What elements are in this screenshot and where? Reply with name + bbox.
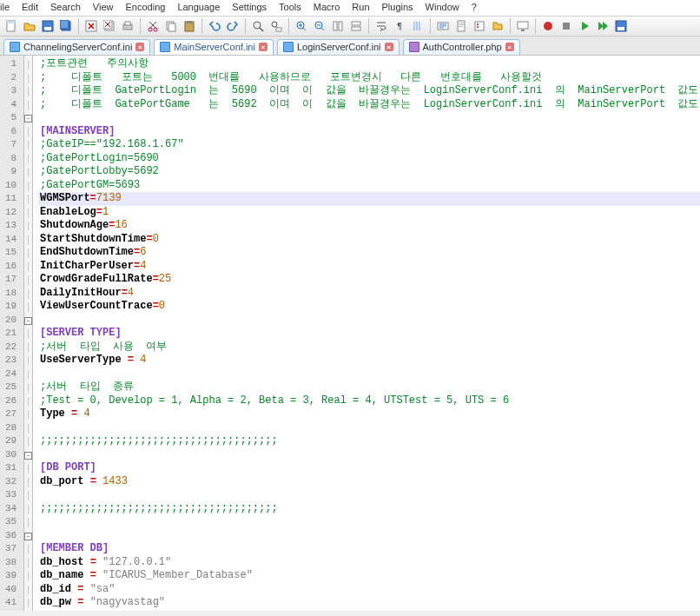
fold-cell[interactable]: | xyxy=(24,71,32,85)
tab-close-icon[interactable]: × xyxy=(505,43,514,51)
fold-cell[interactable]: | xyxy=(24,219,32,233)
fold-cell[interactable]: | xyxy=(24,300,32,314)
menu-item[interactable]: Plugins xyxy=(382,2,413,12)
fold-cell[interactable]: | xyxy=(24,192,32,206)
code-line[interactable] xyxy=(38,111,700,125)
file-tab[interactable]: MainServerConf.ini× xyxy=(154,39,274,55)
paste-icon[interactable] xyxy=(182,18,197,34)
print-icon[interactable] xyxy=(120,18,135,34)
code-line[interactable]: EndShutdownTime=6 xyxy=(38,246,700,260)
fold-cell[interactable]: | xyxy=(24,57,32,71)
file-tab[interactable]: ChannelingServerConf.ini× xyxy=(3,39,150,55)
fold-cell[interactable]: | xyxy=(24,488,32,502)
code-line[interactable]: ViewUserCountTrace=0 xyxy=(38,300,700,314)
zoom-in-icon[interactable] xyxy=(294,18,309,34)
new-file-icon[interactable] xyxy=(3,18,19,34)
fold-cell[interactable]: | xyxy=(24,421,32,435)
find-icon[interactable] xyxy=(250,18,266,34)
code-line[interactable] xyxy=(38,314,700,328)
code-line[interactable]: ;포트관련 주의사항 xyxy=(38,57,700,71)
code-line[interactable]: ;서버 타입 사용 여부 xyxy=(38,341,700,354)
fold-cell[interactable]: | xyxy=(24,287,32,301)
fold-cell[interactable]: | xyxy=(24,434,32,448)
code-line[interactable]: ShutdownAge=16 xyxy=(38,219,700,233)
code-line[interactable]: ;GatePortGM=5693 xyxy=(38,179,700,193)
code-line[interactable] xyxy=(38,368,700,381)
code-line[interactable]: ;서버 타입 종류 xyxy=(38,381,700,394)
menu-item[interactable]: Edit xyxy=(22,2,38,12)
code-line[interactable]: db_host = "127.0.0.1" xyxy=(38,556,700,570)
fold-column[interactable]: ||||-||||||||||||||-|||||||||-|||||-||||… xyxy=(24,56,33,611)
func-list-icon[interactable] xyxy=(472,18,487,34)
tab-close-icon[interactable]: × xyxy=(259,43,267,51)
code-line[interactable]: InitCharPerUser=4 xyxy=(38,260,700,274)
record-macro-icon[interactable] xyxy=(540,18,556,34)
code-line[interactable] xyxy=(38,448,700,462)
code-editor[interactable]: 1234567891011121314151617181920212223242… xyxy=(0,56,700,611)
fold-toggle-icon[interactable]: - xyxy=(24,317,32,325)
fold-cell[interactable]: | xyxy=(24,246,32,260)
code-line[interactable]: StartShutdownTime=0 xyxy=(38,233,700,247)
code-line[interactable]: ;;;;;;;;;;;;;;;;;;;;;;;;;;;;;;;;;;;;;; xyxy=(38,502,700,516)
fold-cell[interactable]: | xyxy=(24,327,32,341)
undo-icon[interactable] xyxy=(207,18,222,34)
fold-cell[interactable]: | xyxy=(24,583,32,597)
fold-cell[interactable]: | xyxy=(24,381,32,394)
code-line[interactable]: WGMSPort=7139 xyxy=(38,192,700,206)
close-icon[interactable] xyxy=(83,18,99,34)
fold-cell[interactable]: | xyxy=(24,596,32,610)
fold-cell[interactable]: | xyxy=(24,502,32,516)
save-macro-icon[interactable] xyxy=(613,18,629,34)
code-line[interactable]: UseServerType = 4 xyxy=(38,354,700,368)
play-multi-icon[interactable] xyxy=(595,18,611,34)
code-line[interactable]: [MAINSERVER] xyxy=(38,125,700,139)
code-line[interactable]: EnableLog=1 xyxy=(38,206,700,220)
code-line[interactable]: CrowdGradeFullRate=25 xyxy=(38,273,700,287)
menu-item[interactable]: Encoding xyxy=(126,2,166,12)
code-line[interactable]: db_port = 1433 xyxy=(38,475,700,489)
lang-icon[interactable] xyxy=(435,18,451,34)
code-line[interactable]: ;GateIP=="192.168.1.67" xyxy=(38,138,700,152)
code-line[interactable]: ;;;;;;;;;;;;;;;;;;;;;;;;;;;;;;;;;;;;;; xyxy=(38,434,700,448)
code-line[interactable]: db_name = "ICARUS_Member_Database" xyxy=(38,569,700,583)
stop-macro-icon[interactable] xyxy=(558,18,574,34)
sync-hscroll-icon[interactable] xyxy=(348,18,364,34)
close-all-icon[interactable] xyxy=(102,18,117,34)
monitor-icon[interactable] xyxy=(515,18,531,34)
menu-item[interactable]: Tools xyxy=(279,2,301,12)
fold-toggle-icon[interactable]: - xyxy=(24,452,32,460)
code-line[interactable]: ;Test = 0, Develop = 1, Alpha = 2, Beta … xyxy=(38,394,700,408)
tab-close-icon[interactable]: × xyxy=(385,43,393,51)
code-line[interactable]: ;GatePortLobby=5692 xyxy=(38,165,700,179)
save-icon[interactable] xyxy=(40,18,56,34)
fold-cell[interactable]: | xyxy=(24,179,32,193)
menu-item[interactable]: View xyxy=(93,2,114,12)
open-file-icon[interactable] xyxy=(22,18,37,34)
fold-cell[interactable]: | xyxy=(24,556,32,570)
code-line[interactable]: db_id = "sa" xyxy=(38,583,700,597)
fold-cell[interactable]: | xyxy=(24,475,32,489)
fold-cell[interactable]: | xyxy=(24,273,32,287)
code-line[interactable] xyxy=(38,515,700,529)
code-line[interactable]: Type = 4 xyxy=(38,407,700,421)
code-line[interactable]: ;GatePortLogin=5690 xyxy=(38,152,700,166)
cut-icon[interactable] xyxy=(145,18,161,34)
copy-icon[interactable] xyxy=(163,18,179,34)
code-line[interactable]: [SERVER TYPE] xyxy=(38,327,700,341)
fold-cell[interactable]: | xyxy=(24,84,32,98)
code-area[interactable]: ;포트관련 주의사항; 디폴트 포트는 5000 번대를 사용하므로 포트변경시… xyxy=(33,56,700,611)
fold-toggle-icon[interactable]: - xyxy=(24,115,32,123)
code-line[interactable]: db_pw = "nagyvastag" xyxy=(38,596,700,610)
fold-cell[interactable]: | xyxy=(24,542,32,556)
menu-item[interactable]: Settings xyxy=(232,2,267,12)
fold-cell[interactable]: | xyxy=(24,165,32,179)
code-line[interactable]: ; 디폴트 포트는 5000 번대를 사용하므로 포트변경시 다른 번호대를 사… xyxy=(38,71,700,85)
code-line[interactable] xyxy=(38,610,700,612)
code-line[interactable] xyxy=(38,488,700,502)
fold-cell[interactable]: | xyxy=(24,138,32,152)
zoom-out-icon[interactable] xyxy=(312,18,327,34)
code-line[interactable] xyxy=(38,529,700,543)
folder-tree-icon[interactable] xyxy=(490,18,505,34)
menu-item[interactable]: Language xyxy=(177,2,220,12)
sync-vscroll-icon[interactable] xyxy=(330,18,346,34)
